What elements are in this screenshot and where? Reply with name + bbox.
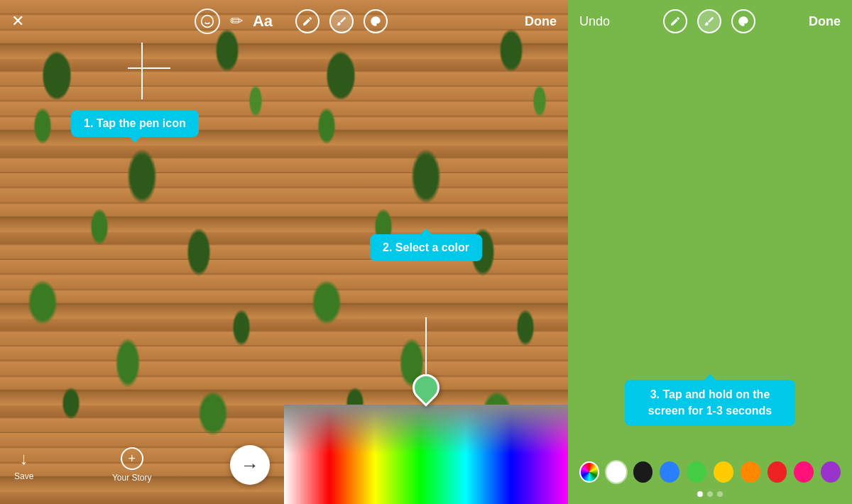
dropper-circle xyxy=(407,368,445,407)
swatch-gradient[interactable] xyxy=(579,461,599,483)
swatch-orange[interactable] xyxy=(741,461,760,483)
dropper-line xyxy=(425,317,427,374)
next-button[interactable]: → xyxy=(230,445,270,485)
p3-palette-icon[interactable] xyxy=(731,9,755,33)
dot-1 xyxy=(697,491,703,497)
page-indicators xyxy=(697,491,723,497)
panel-3: Undo Done xyxy=(568,0,852,504)
palette-icon[interactable] xyxy=(364,9,388,33)
step-3-tooltip: 3. Tap and hold on the screen for 1-3 se… xyxy=(625,380,795,426)
swatch-blue[interactable] xyxy=(660,461,679,483)
panel-3-header: Undo Done xyxy=(568,0,852,43)
save-icon: ↓ xyxy=(20,449,28,469)
swatch-yellow[interactable] xyxy=(714,461,733,483)
panel-2-done-button[interactable]: Done xyxy=(525,14,557,29)
crosshair-horizontal xyxy=(128,67,170,69)
story-label: Your Story xyxy=(112,473,152,483)
pen-tool-icon[interactable] xyxy=(295,9,320,33)
swatch-green[interactable] xyxy=(687,461,706,483)
dot-3 xyxy=(717,491,723,497)
undo-button[interactable]: Undo xyxy=(579,14,610,29)
panel-3-tool-icons xyxy=(663,9,755,33)
close-icon[interactable]: ✕ xyxy=(11,12,24,31)
panel-2: Done 2. Select a color xyxy=(284,0,568,504)
panel-3-done-button[interactable]: Done xyxy=(809,14,841,29)
swatch-white[interactable] xyxy=(606,461,626,483)
pen-icon[interactable]: ✏ xyxy=(230,12,243,31)
panel-2-tool-icons xyxy=(295,9,388,33)
swatch-pink[interactable] xyxy=(794,461,814,483)
save-button[interactable]: ↓ Save xyxy=(14,449,33,481)
color-spectrum[interactable] xyxy=(284,405,568,504)
sticker-icon[interactable] xyxy=(195,9,220,34)
p3-brush-tool-icon[interactable] xyxy=(697,9,721,33)
panel-1-header: ✕ ✏ Aa xyxy=(0,0,284,43)
step-1-tooltip: 1. Tap the pen icon xyxy=(71,110,199,137)
text-icon[interactable]: Aa xyxy=(253,12,273,31)
swatch-purple[interactable] xyxy=(821,461,841,483)
your-story-button[interactable]: + Your Story xyxy=(112,447,152,483)
svg-point-0 xyxy=(202,16,214,28)
swatch-red[interactable] xyxy=(768,461,787,483)
color-picker[interactable] xyxy=(284,405,568,504)
panel-1-bottom: ↓ Save + Your Story → xyxy=(0,440,284,504)
crosshair-vertical xyxy=(141,43,143,99)
swatch-black[interactable] xyxy=(633,461,653,483)
step-2-tooltip: 2. Select a color xyxy=(370,234,482,261)
panel-2-header: Done xyxy=(284,0,568,43)
brush-tool-icon[interactable] xyxy=(329,9,354,33)
p3-pen-tool-icon[interactable] xyxy=(663,9,687,33)
panel-1: ✕ ✏ Aa 1. Tap the pen icon ↓ Save xyxy=(0,0,284,504)
save-label: Save xyxy=(14,471,33,481)
color-swatches xyxy=(568,461,852,483)
color-dropper xyxy=(413,317,439,401)
dot-2 xyxy=(707,491,713,497)
story-add-icon: + xyxy=(121,447,143,470)
